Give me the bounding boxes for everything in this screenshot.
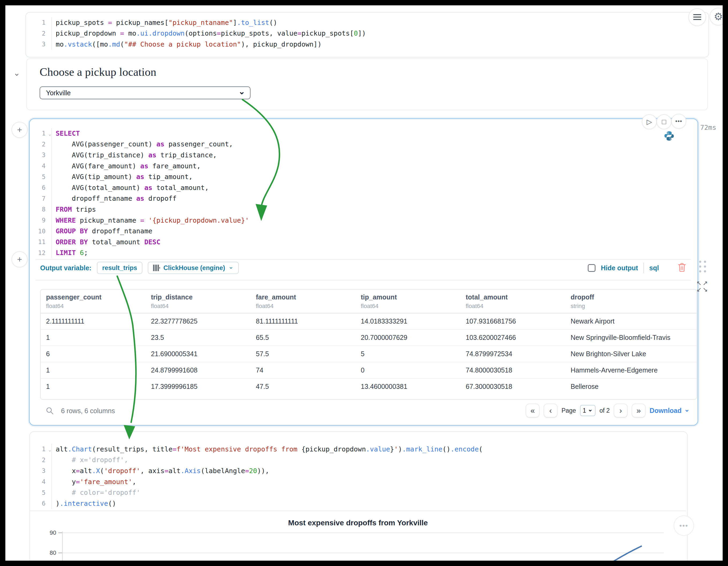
table-cell: New Brighton-Silver Lake xyxy=(565,346,696,362)
column-type: float64 xyxy=(46,303,146,310)
stop-cell-button[interactable]: □ xyxy=(657,114,672,129)
fold-chevron-icon[interactable]: ⌄ xyxy=(48,131,51,136)
delete-cell-button[interactable] xyxy=(678,263,686,273)
code-line: 1pickup_spots = pickup_names["pickup_nta… xyxy=(32,17,366,28)
line-number: 9 xyxy=(32,215,52,226)
pagination: « ‹ Page 1 ⌄ of 2 › » Download ⌄ xyxy=(526,403,690,418)
chart-actions-button[interactable]: ••• xyxy=(674,515,694,536)
table-cell: Hammels-Arverne-Edgemere xyxy=(565,362,696,378)
ellipsis-icon: ••• xyxy=(675,118,682,125)
table-row: 2.111111111122.327777862581.111111111114… xyxy=(41,313,696,329)
fold-chevron-icon[interactable]: ⌄ xyxy=(48,447,51,452)
last-page-button[interactable]: » xyxy=(632,404,646,417)
table-cell: 47.5 xyxy=(251,378,355,394)
engine-dropdown[interactable]: ClickHouse (engine) ⌄ xyxy=(148,262,239,274)
column-header[interactable]: dropoffstring xyxy=(565,290,696,313)
y-axis-tick-label: 90 xyxy=(40,529,56,536)
run-cell-button[interactable]: ▷ xyxy=(642,114,657,129)
plus-icon: + xyxy=(17,254,22,264)
table-cell: 24.8799991608 xyxy=(146,362,251,378)
code-line: 2 # x='dropoff', xyxy=(32,455,483,466)
divider xyxy=(35,259,691,260)
expand-cell-button[interactable]: ↖↗↙↘ xyxy=(696,280,709,293)
table-cell: 14.0183333291 xyxy=(355,313,460,329)
column-header[interactable]: total_amountfloat64 xyxy=(460,290,565,313)
chevron-down-icon: ⌄ xyxy=(588,408,593,411)
prev-page-button[interactable]: ‹ xyxy=(544,404,558,417)
divider xyxy=(643,263,644,273)
hide-output-label[interactable]: Hide output xyxy=(601,264,638,272)
plus-icon: + xyxy=(17,125,22,135)
results-table-container: passenger_countfloat64trip_distancefloat… xyxy=(40,289,697,400)
cell-more-actions-button[interactable]: ••• xyxy=(671,114,686,129)
pickup-dropdown-value: Yorkville xyxy=(46,89,238,97)
table-cell: 1 xyxy=(41,329,146,346)
add-cell-below-button[interactable]: + xyxy=(12,251,28,267)
y-axis-tick-label: 80 xyxy=(40,549,56,556)
engine-name: ClickHouse (engine) xyxy=(163,264,225,272)
code-line: 6 AVG(total_amount) as total_amount, xyxy=(32,182,249,193)
notebook-menu-button[interactable] xyxy=(688,8,706,26)
line-number: 8 xyxy=(32,204,52,215)
table-cell: Newark Airport xyxy=(565,313,696,329)
first-page-button[interactable]: « xyxy=(526,404,540,417)
download-label: Download xyxy=(650,407,681,415)
line-number: 3 xyxy=(32,39,52,50)
code-line: 9WHERE pickup_ntaname = '{pickup_dropdow… xyxy=(32,215,249,226)
code-line: 3 AVG(trip_distance) as trip_distance, xyxy=(32,150,249,161)
page-select-value: 1 xyxy=(583,407,586,414)
hamburger-icon xyxy=(693,14,701,20)
y-axis-tick xyxy=(58,533,62,533)
settings-button[interactable]: ⚙ xyxy=(710,8,723,25)
code-line: 4 AVG(fare_amount) as fare_amount, xyxy=(32,161,249,172)
column-header[interactable]: fare_amountfloat64 xyxy=(251,290,355,313)
line-number: 7 xyxy=(32,193,52,204)
line-number: 3 xyxy=(32,150,52,161)
table-row: 117.399999618547.513.460000038167.300003… xyxy=(41,378,696,394)
language-toggle[interactable]: sql xyxy=(649,264,659,272)
code-line: 10GROUP BY dropoff_ntaname xyxy=(32,226,249,237)
column-header[interactable]: tip_amountfloat64 xyxy=(355,290,460,313)
output-variable-chip[interactable]: result_trips xyxy=(97,262,143,274)
search-icon[interactable] xyxy=(45,407,54,415)
code-line: 5 # color='dropoff' xyxy=(32,487,483,498)
collapse-chevron-icon[interactable]: ⌄ xyxy=(13,69,20,77)
line-number: 5 xyxy=(32,171,52,182)
pickup-dropdown[interactable]: Yorkville ⌄ xyxy=(40,86,251,99)
code-line: 3mo.vstack([mo.md("## Choose a pickup lo… xyxy=(32,39,366,50)
sql-cell-editor[interactable]: 1⌄SELECT2 AVG(passenger_count) as passen… xyxy=(32,128,249,258)
page-select[interactable]: 1 ⌄ xyxy=(580,405,596,416)
code-line: 8FROM trips xyxy=(32,204,249,215)
table-cell: 22.3277778625 xyxy=(146,313,251,329)
column-name: tip_amount xyxy=(361,293,460,301)
code-line: 5 AVG(tip_amount) as tip_amount, xyxy=(32,171,249,182)
download-button[interactable]: Download ⌄ xyxy=(650,407,690,415)
clickhouse-icon xyxy=(153,264,160,271)
divider xyxy=(35,280,691,280)
drag-handle[interactable] xyxy=(698,260,708,275)
column-type: float64 xyxy=(466,303,565,310)
chart-plot-area[interactable] xyxy=(62,531,664,561)
table-cell: 23.5 xyxy=(146,329,251,346)
code-line: 2pickup_dropdown = mo.ui.dropdown(option… xyxy=(32,28,366,39)
table-row: 124.879999160874074.8000030518Hammels-Ar… xyxy=(41,362,696,378)
code-line: 3 x=alt.X('dropoff', axis=alt.Axis(label… xyxy=(32,465,483,476)
column-name: trip_distance xyxy=(151,293,251,301)
column-type: float64 xyxy=(151,303,251,310)
add-cell-above-button[interactable]: + xyxy=(12,122,28,138)
table-cell: 1 xyxy=(41,362,146,378)
play-icon: ▷ xyxy=(647,118,652,126)
table-header-row: passenger_countfloat64trip_distancefloat… xyxy=(41,290,696,313)
hide-output-checkbox[interactable] xyxy=(588,264,596,272)
column-header[interactable]: passenger_countfloat64 xyxy=(41,290,146,313)
line-number: 1 xyxy=(32,17,52,28)
python-cell-editor[interactable]: 1pickup_spots = pickup_names["pickup_nta… xyxy=(32,17,366,50)
column-header[interactable]: trip_distancefloat64 xyxy=(146,290,251,313)
table-cell: 103.6200027466 xyxy=(460,329,565,346)
chart-cell-editor[interactable]: 1⌄alt.Chart(result_trips, title=f'Most e… xyxy=(32,444,483,509)
output-variable-name: result_trips xyxy=(102,264,137,272)
y-axis-tick xyxy=(58,553,62,553)
line-number: 4 xyxy=(32,476,52,487)
table-cell: 5 xyxy=(355,346,460,362)
next-page-button[interactable]: › xyxy=(614,404,628,417)
